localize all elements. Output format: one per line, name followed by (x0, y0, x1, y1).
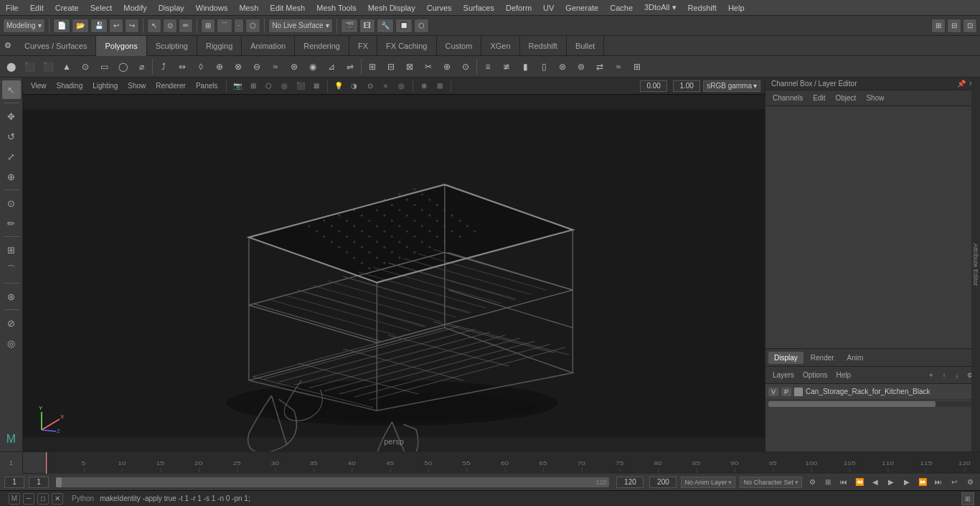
menu-deform[interactable]: Deform (500, 2, 537, 14)
select-tool-btn[interactable]: ↖ (147, 19, 161, 33)
range-start-input[interactable] (616, 477, 644, 488)
menu-edit[interactable]: Edit (24, 2, 50, 14)
menu-help[interactable]: Help (722, 2, 750, 14)
attribute-editor-tab[interactable]: Attribute Editor (971, 78, 980, 451)
viewport-menu-lighting[interactable]: Lighting (89, 81, 121, 90)
vp-smooth-icon[interactable]: ◎ (278, 80, 291, 93)
vp-wireframe-icon[interactable]: ⬡ (263, 80, 275, 93)
char-set-dropdown[interactable]: No Character Set ▾ (740, 477, 802, 488)
panel-pin-btn[interactable]: 📌 (957, 80, 966, 88)
vp-gamma-dropdown[interactable]: sRGB gamma ▾ (703, 80, 760, 92)
vp-textured-icon[interactable]: ⊠ (310, 80, 323, 93)
layer-move-down-icon[interactable]: ↓ (951, 370, 963, 381)
render-btn[interactable]: 🎬 (341, 19, 358, 33)
progress-bar-thumb[interactable] (56, 477, 62, 487)
layer-pickability-btn[interactable]: P (781, 388, 791, 396)
remesh-btn[interactable]: ⊛ (285, 57, 303, 76)
win-maximize[interactable]: □ (37, 493, 49, 505)
cylinder-icon-btn[interactable]: ⬛ (39, 57, 57, 76)
connect-btn[interactable]: ⊠ (400, 57, 419, 76)
tab-xgen[interactable]: XGen (481, 36, 519, 56)
anim-layer-dropdown[interactable]: No Anim Layer ▾ (681, 477, 735, 488)
vp-ao-icon[interactable]: ⊙ (364, 80, 377, 93)
crease-btn[interactable]: ≡ (479, 57, 497, 76)
normal-btn[interactable]: ⊛ (553, 57, 572, 76)
menu-mesh-display[interactable]: Mesh Display (362, 2, 421, 14)
tab-custom[interactable]: Custom (437, 36, 482, 56)
menu-mesh-tools[interactable]: Mesh Tools (311, 2, 362, 14)
offset-edge-btn[interactable]: ⊟ (382, 57, 400, 76)
layers-tab-layers[interactable]: Layers (770, 370, 797, 380)
bevel-btn[interactable]: ◊ (192, 57, 210, 76)
tab-fx-caching[interactable]: FX Caching (377, 36, 436, 56)
next-frame-btn[interactable]: ▶ (901, 477, 913, 488)
uncrease-btn[interactable]: ≢ (497, 57, 516, 76)
layer-move-up-icon[interactable]: ↑ (938, 370, 950, 381)
menu-surfaces[interactable]: Surfaces (458, 2, 500, 14)
viewport-menu-show[interactable]: Show (124, 81, 149, 90)
menu-generate[interactable]: Generate (560, 2, 604, 14)
layer-scrollbar-thumb[interactable] (768, 401, 936, 407)
live-surface-dropdown[interactable]: No Live Surface ▾ (268, 19, 332, 33)
ch-tab-edit[interactable]: Edit (809, 93, 829, 103)
render-3d-btn[interactable]: 🔲 (395, 19, 413, 33)
menu-modify[interactable]: Modify (118, 2, 152, 14)
render-seq-btn[interactable]: 🎞 (359, 19, 375, 33)
vp-motion-blur-icon[interactable]: ≈ (380, 80, 392, 93)
universal-tool-btn[interactable]: ⊕ (2, 167, 21, 186)
vp-isolate-icon[interactable]: ⊕ (418, 80, 430, 93)
menu-curves[interactable]: Curves (421, 2, 458, 14)
paint-select-tool-btn[interactable]: ◎ (2, 334, 21, 352)
vp-camera-icon[interactable]: 📷 (231, 80, 244, 93)
separate-btn[interactable]: ⊗ (229, 57, 248, 76)
plane-icon-btn[interactable]: ▭ (95, 57, 113, 76)
cube-icon-btn[interactable]: ⬛ (20, 57, 39, 76)
menu-create[interactable]: Create (50, 2, 85, 14)
tab-rigging[interactable]: Rigging (197, 36, 242, 56)
vp-shadows-icon[interactable]: ◑ (348, 80, 361, 93)
play-btn[interactable]: ▶ (885, 477, 897, 488)
reverse-normal-btn[interactable]: ⊚ (572, 57, 590, 76)
cone-icon-btn[interactable]: ▲ (57, 57, 76, 76)
current-frame-input-mid[interactable] (29, 477, 49, 488)
tab-fx[interactable]: FX (349, 36, 377, 56)
go-start-btn[interactable]: ⏮ (838, 477, 849, 488)
timeline-ruler[interactable]: 5 10 15 20 25 30 35 40 45 50 55 60 65 70… (46, 452, 980, 474)
d-tab-display[interactable]: Display (768, 352, 804, 364)
range-end-input[interactable] (649, 477, 677, 488)
menu-windows[interactable]: Windows (190, 2, 234, 14)
move-tool-btn[interactable]: ✥ (2, 107, 21, 126)
vp-grid-icon[interactable]: ⊞ (247, 80, 260, 93)
menu-uv[interactable]: UV (537, 2, 560, 14)
ch-tab-channels[interactable]: Channels (768, 93, 807, 103)
win-minimize[interactable]: ─ (23, 493, 34, 505)
char-set-settings-btn[interactable]: ⚙ (806, 477, 818, 488)
helix-icon-btn[interactable]: ⌀ (132, 57, 151, 76)
layer-add-icon[interactable]: + (925, 370, 937, 381)
disk-icon-btn[interactable]: ◯ (113, 57, 132, 76)
sphere-icon-btn[interactable]: ⬤ (1, 57, 20, 76)
paint-tool-btn[interactable]: ✏ (2, 214, 21, 233)
vp-shaded-icon[interactable]: ⬛ (294, 80, 307, 93)
d-tab-render[interactable]: Render (805, 352, 840, 364)
go-end-btn[interactable]: ⏭ (933, 477, 944, 488)
viewport-menu-panels[interactable]: Panels (192, 81, 222, 90)
torus-icon-btn[interactable]: ⊙ (76, 57, 95, 76)
tab-redshift[interactable]: Redshift (520, 36, 567, 56)
bridge-btn[interactable]: ⇔ (173, 57, 192, 76)
menu-cache[interactable]: Cache (604, 2, 639, 14)
layout-btn3[interactable]: ⊡ (963, 19, 977, 33)
viewport-menu-view[interactable]: View (27, 81, 50, 90)
snap-to-grid-btn[interactable]: ⊞ (2, 240, 21, 259)
menu-3dto[interactable]: 3DtoAll ▾ (639, 1, 682, 14)
tab-polygons[interactable]: Polygons (96, 36, 146, 56)
prev-frame-btn[interactable]: ◀ (870, 477, 881, 488)
python-expand-btn[interactable]: ⊞ (961, 492, 974, 505)
vp-focal-input[interactable] (673, 80, 700, 92)
reduce-btn[interactable]: ⊿ (322, 57, 341, 76)
redo-btn[interactable]: ↪ (125, 19, 139, 33)
next-key-btn[interactable]: ⏩ (917, 477, 928, 488)
snap-point-btn[interactable]: · (234, 19, 245, 33)
mirror-btn[interactable]: ⇌ (341, 57, 359, 76)
menu-mesh[interactable]: Mesh (233, 2, 264, 14)
